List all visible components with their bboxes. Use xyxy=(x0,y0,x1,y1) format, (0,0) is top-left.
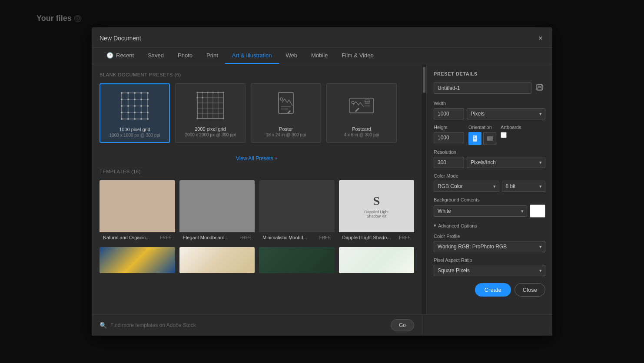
template-dappled-light[interactable]: S Dappled LightShadow Kit Dappled Light … xyxy=(339,180,415,243)
view-all-presets[interactable]: View All Presets + xyxy=(100,150,414,169)
color-mode-field-section: Color Mode RGB Color CMYK Color Grayscal… xyxy=(434,173,545,192)
height-input[interactable] xyxy=(434,132,464,143)
width-input[interactable] xyxy=(434,108,464,119)
tab-art-illustration[interactable]: Art & Illustration xyxy=(225,48,279,64)
resolution-label: Resolution xyxy=(434,149,545,155)
orientation-portrait-button[interactable] xyxy=(468,132,481,145)
pixel-aspect-row: Square Pixels D1/DV NTSC (0.91) D1/DV PA… xyxy=(434,265,545,276)
orientation-label: Orientation xyxy=(468,125,496,130)
pixel-aspect-select[interactable]: Square Pixels D1/DV NTSC (0.91) D1/DV PA… xyxy=(434,265,545,276)
tab-mobile[interactable]: Mobile xyxy=(304,48,335,64)
preset-name-input[interactable] xyxy=(434,82,531,94)
svg-point-52 xyxy=(280,98,283,100)
template-blue-geometric[interactable] xyxy=(100,247,175,273)
svg-point-10 xyxy=(140,92,142,94)
modal-overlay: New Document × 🕐 Recent Saved Photo Prin… xyxy=(0,0,644,363)
svg-point-49 xyxy=(196,118,198,119)
svg-point-27 xyxy=(121,118,123,120)
svg-rect-64 xyxy=(474,136,475,137)
template-badge-dappled: FREE xyxy=(399,235,411,240)
template-natural-organic[interactable]: Natural and Organic... FREE xyxy=(100,180,175,243)
template-elegant-moodboard[interactable]: Elegant Moodboard... FREE xyxy=(179,180,255,243)
color-profile-label: Color Profile xyxy=(434,234,545,239)
template-chalkboard[interactable] xyxy=(259,247,335,273)
tab-saved[interactable]: Saved xyxy=(141,48,171,64)
templates-header: TEMPLATES (16) xyxy=(100,169,414,174)
preset-poster[interactable]: Poster 18 x 24 in @ 300 ppi xyxy=(251,83,321,143)
chevron-down-icon: ▾ xyxy=(434,223,436,228)
search-input[interactable] xyxy=(110,322,387,328)
svg-point-17 xyxy=(121,105,123,107)
content-panel[interactable]: BLANK DOCUMENT PRESETS (6) xyxy=(92,64,422,314)
svg-point-30 xyxy=(140,118,142,120)
template-floral[interactable] xyxy=(339,247,415,273)
color-profile-field-section: Color Profile Working RGB: ProPhoto RGB … xyxy=(434,234,545,252)
advanced-options-toggle[interactable]: ▾ Advanced Options xyxy=(434,223,545,228)
resolution-unit-select[interactable]: Pixels/Inch Pixels/Cm xyxy=(467,157,545,168)
preset-postcard-desc: 4 x 6 in @ 300 ppi xyxy=(344,132,379,137)
svg-point-9 xyxy=(134,92,136,94)
preset-1000px-desc: 1000 x 1000 px @ 300 ppi xyxy=(110,133,160,138)
background-select[interactable]: White Black Transparent Custom xyxy=(434,205,527,217)
resolution-input[interactable] xyxy=(434,157,464,168)
tab-photo[interactable]: Photo xyxy=(171,48,199,64)
template-label-dappled: Dappled Light Shado... FREE xyxy=(339,232,415,243)
view-all-presets-link[interactable]: View All Presets + xyxy=(236,155,278,162)
svg-point-19 xyxy=(134,105,136,107)
go-button[interactable]: Go xyxy=(391,319,414,331)
tab-print[interactable]: Print xyxy=(199,48,225,64)
svg-point-44 xyxy=(212,92,214,93)
modal-close-button[interactable]: × xyxy=(536,33,544,43)
templates-grid: Natural and Organic... FREE xyxy=(100,180,414,273)
preset-2000px-grid[interactable]: 2000 pixel grid 2000 x 2000 px @ 300 ppi xyxy=(175,83,246,143)
svg-rect-61 xyxy=(538,84,541,86)
background-color-swatch[interactable] xyxy=(530,205,545,218)
pixel-aspect-select-wrap: Square Pixels D1/DV NTSC (0.91) D1/DV PA… xyxy=(434,265,545,276)
color-depth-select[interactable]: 8 bit 16 bit 32 bit xyxy=(502,181,545,192)
template-name-natural: Natural and Organic... xyxy=(103,235,150,240)
svg-rect-55 xyxy=(350,98,373,113)
artboards-checkbox[interactable] xyxy=(501,132,507,138)
svg-point-48 xyxy=(202,97,203,99)
width-unit-select-wrap: Pixels Inches Centimeters Millimeters Po… xyxy=(467,108,545,119)
save-preset-button[interactable] xyxy=(534,82,545,95)
svg-point-22 xyxy=(121,112,123,113)
resolution-field-section: Resolution Pixels/Inch Pixels/Cm xyxy=(434,149,545,168)
tab-recent[interactable]: 🕐 Recent xyxy=(100,48,141,64)
svg-point-47 xyxy=(196,97,198,99)
scrollbar-thumb[interactable] xyxy=(423,67,425,93)
template-handwritten[interactable] xyxy=(179,247,255,273)
orientation-landscape-button[interactable] xyxy=(483,132,496,145)
close-button[interactable]: Close xyxy=(515,283,545,297)
width-unit-select[interactable]: Pixels Inches Centimeters Millimeters Po… xyxy=(467,108,545,119)
preset-postcard[interactable]: Postcard 4 x 6 in @ 300 ppi xyxy=(326,83,397,143)
preset-1000px-grid[interactable]: 1000 pixel grid 1000 x 1000 px @ 300 ppi xyxy=(100,83,170,143)
preset-name-row xyxy=(434,82,545,95)
resolution-unit-select-wrap: Pixels/Inch Pixels/Cm xyxy=(467,157,545,168)
background-label: Background Contents xyxy=(434,197,545,202)
width-row: Pixels Inches Centimeters Millimeters Po… xyxy=(434,108,545,119)
artboards-label: Artboards xyxy=(501,125,521,130)
svg-rect-68 xyxy=(488,137,488,138)
scrollbar-track[interactable] xyxy=(422,64,426,314)
presets-grid: 1000 pixel grid 1000 x 1000 px @ 300 ppi xyxy=(100,83,414,143)
color-profile-select[interactable]: Working RGB: ProPhoto RGB sRGB IEC61966-… xyxy=(434,241,545,252)
color-mode-select[interactable]: RGB Color CMYK Color Grayscale xyxy=(434,181,499,192)
template-minimalistic-moodboard[interactable]: Minimalistic Moobd... FREE xyxy=(259,180,335,243)
template-badge-elegant: FREE xyxy=(239,235,251,240)
height-group: Height xyxy=(434,125,464,143)
svg-point-25 xyxy=(140,112,142,113)
width-label: Width xyxy=(434,101,545,106)
tab-film-video[interactable]: Film & Video xyxy=(335,48,380,64)
tab-web[interactable]: Web xyxy=(279,48,305,64)
svg-point-26 xyxy=(147,112,149,113)
create-button[interactable]: Create xyxy=(475,283,511,297)
template-label-elegant: Elegant Moodboard... FREE xyxy=(179,232,255,243)
template-name-dappled: Dappled Light Shado... xyxy=(342,235,391,240)
svg-point-28 xyxy=(127,118,129,120)
preset-details-title: PRESET DETAILS xyxy=(434,71,545,76)
height-label: Height xyxy=(434,125,464,130)
color-profile-row: Working RGB: ProPhoto RGB sRGB IEC61966-… xyxy=(434,241,545,252)
resolution-row: Pixels/Inch Pixels/Cm xyxy=(434,157,545,168)
svg-point-41 xyxy=(196,92,198,93)
